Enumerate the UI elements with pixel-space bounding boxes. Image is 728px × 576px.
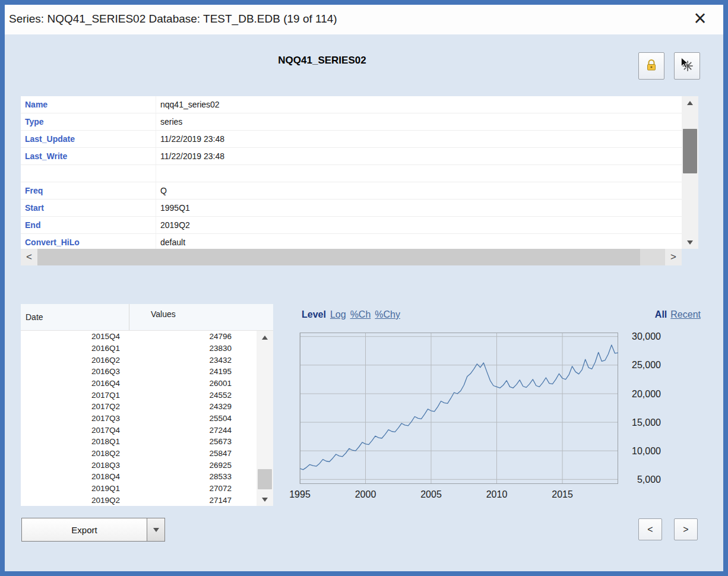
range-all-button[interactable]: All — [655, 309, 667, 320]
data-table-body: 2015Q4 24796 2016Q1 23830 2016Q2 23432 2… — [21, 331, 257, 506]
svg-text:5,000: 5,000 — [637, 474, 661, 485]
property-label: Last_Write — [21, 148, 156, 164]
data-table-header: Date Values — [21, 304, 273, 331]
scroll-down-icon[interactable] — [682, 236, 698, 249]
property-label: Name — [21, 96, 156, 113]
table-row[interactable]: 2018Q1 25673 — [21, 436, 257, 448]
close-button[interactable]: × — [686, 5, 714, 32]
value-cell: 26001 — [129, 379, 257, 388]
property-value — [156, 165, 682, 182]
series-title: NQQ41_SERIES02 — [21, 55, 623, 67]
properties-hscrollbar[interactable]: < > — [21, 249, 682, 265]
freeze-cursor-icon — [679, 57, 695, 75]
property-label: Start — [21, 200, 156, 216]
value-cell: 23830 — [129, 344, 257, 353]
data-table-vscrollbar[interactable] — [257, 331, 273, 506]
date-cell: 2017Q1 — [21, 391, 129, 400]
table-row[interactable]: 2016Q1 23830 — [21, 343, 257, 355]
svg-text:10,000: 10,000 — [632, 446, 661, 456]
table-row[interactable]: 2019Q2 27147 — [21, 494, 257, 506]
property-row[interactable] — [21, 165, 682, 182]
value-cell: 25673 — [129, 437, 257, 446]
property-label: End — [21, 217, 156, 233]
prev-series-button[interactable]: < — [638, 518, 662, 540]
scale-pctchy-button[interactable]: %Chy — [375, 309, 400, 320]
svg-text:2000: 2000 — [355, 489, 376, 499]
property-row[interactable]: Last_Write 11/22/2019 23:48 — [21, 148, 682, 165]
scrollbar-track[interactable] — [257, 344, 273, 493]
scrollbar-track[interactable] — [37, 249, 665, 265]
svg-text:2005: 2005 — [420, 489, 442, 499]
series-chart: 5,00010,00015,00020,00025,00030,00019952… — [273, 328, 689, 506]
title-bar[interactable]: Series: NQQ41_SERIES02 Database: TEST_DB… — [5, 5, 723, 34]
table-row[interactable]: 2017Q3 25504 — [21, 413, 257, 425]
export-button[interactable]: Export — [21, 518, 165, 542]
date-cell: 2016Q4 — [21, 379, 129, 388]
scale-log-button[interactable]: Log — [330, 309, 346, 320]
value-cell: 28533 — [129, 472, 257, 481]
scrollbar-thumb[interactable] — [258, 469, 272, 489]
range-recent-button[interactable]: Recent — [670, 309, 701, 320]
table-row[interactable]: 2015Q4 24796 — [21, 331, 257, 343]
property-value: 2019Q2 — [156, 217, 682, 233]
value-cell: 27244 — [129, 426, 257, 435]
date-cell: 2019Q2 — [21, 496, 129, 505]
scrollbar-thumb[interactable] — [37, 249, 640, 265]
table-row[interactable]: 2017Q2 24329 — [21, 401, 257, 413]
date-cell: 2016Q2 — [21, 356, 129, 365]
property-row[interactable]: Start 1995Q1 — [21, 200, 682, 217]
date-cell: 2019Q1 — [21, 484, 129, 493]
property-label — [21, 165, 156, 182]
scroll-up-icon[interactable] — [682, 96, 698, 109]
property-row[interactable]: Name nqq41_series02 — [21, 96, 682, 113]
property-value: 1995Q1 — [156, 200, 682, 216]
value-cell: 23432 — [129, 356, 257, 365]
date-cell: 2018Q1 — [21, 437, 129, 446]
scrollbar-track[interactable] — [682, 109, 698, 236]
svg-text:20,000: 20,000 — [632, 389, 661, 399]
date-cell: 2018Q4 — [21, 472, 129, 481]
next-series-button[interactable]: > — [674, 518, 698, 540]
lock-button[interactable] — [638, 52, 664, 80]
scrollbar-thumb[interactable] — [683, 129, 697, 173]
property-row[interactable]: Freq Q — [21, 182, 682, 200]
scale-pctch-button[interactable]: %Ch — [350, 309, 371, 320]
properties-vscrollbar[interactable] — [682, 96, 698, 249]
scroll-left-icon[interactable]: < — [21, 249, 37, 265]
date-cell: 2017Q2 — [21, 402, 129, 411]
date-cell: 2018Q3 — [21, 461, 129, 470]
value-cell: 25847 — [129, 449, 257, 458]
table-row[interactable]: 2018Q4 28533 — [21, 471, 257, 483]
table-row[interactable]: 2017Q4 27244 — [21, 424, 257, 436]
property-row[interactable]: Last_Update 11/22/2019 23:48 — [21, 131, 682, 148]
property-row[interactable]: End 2019Q2 — [21, 217, 682, 234]
export-dropdown-arrow[interactable] — [147, 518, 164, 541]
scale-level-button[interactable]: Level — [302, 309, 326, 320]
svg-text:15,000: 15,000 — [632, 417, 661, 428]
scroll-up-icon[interactable] — [257, 331, 273, 344]
property-label: Last_Update — [21, 131, 156, 147]
property-row[interactable]: Type series — [21, 113, 682, 131]
table-row[interactable]: 2018Q3 26925 — [21, 459, 257, 471]
property-row[interactable]: Convert_HiLo default — [21, 234, 682, 249]
svg-text:2010: 2010 — [486, 489, 508, 499]
lock-icon — [644, 58, 659, 74]
date-cell: 2016Q3 — [21, 367, 129, 376]
value-cell: 24552 — [129, 391, 257, 400]
table-row[interactable]: 2018Q2 25847 — [21, 448, 257, 460]
table-row[interactable]: 2016Q2 23432 — [21, 354, 257, 366]
property-label: Freq — [21, 182, 156, 199]
properties-grid: Name nqq41_series02 Type series Last_Upd… — [21, 96, 682, 249]
column-header-values[interactable]: Values — [129, 304, 273, 330]
column-header-date[interactable]: Date — [21, 304, 129, 330]
table-row[interactable]: 2016Q3 24195 — [21, 366, 257, 378]
property-value: nqq41_series02 — [156, 96, 682, 113]
value-cell: 24195 — [129, 367, 257, 376]
table-row[interactable]: 2017Q1 24552 — [21, 389, 257, 401]
table-row[interactable]: 2019Q1 27072 — [21, 483, 257, 495]
value-cell: 27072 — [129, 484, 257, 493]
table-row[interactable]: 2016Q4 26001 — [21, 378, 257, 390]
scroll-right-icon[interactable]: > — [665, 249, 682, 265]
scroll-down-icon[interactable] — [257, 493, 273, 506]
freeze-button[interactable] — [674, 52, 700, 80]
